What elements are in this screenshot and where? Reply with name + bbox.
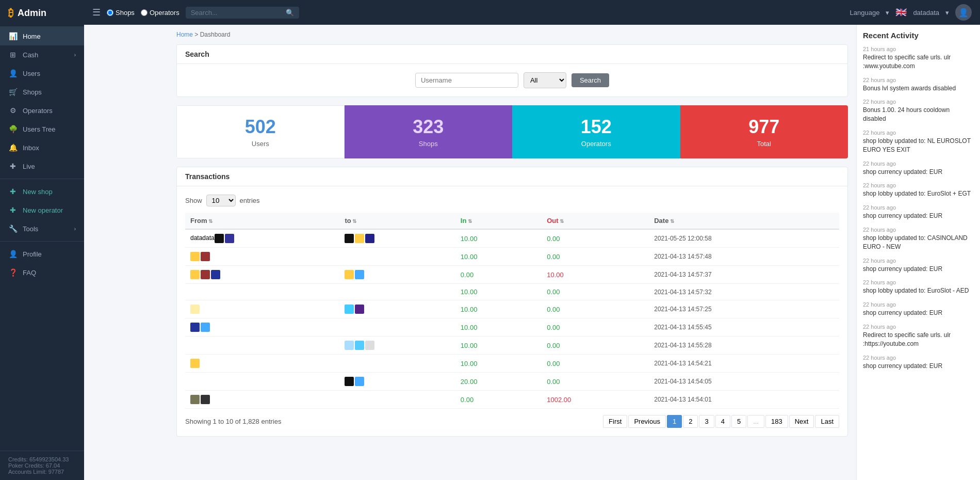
radio-operators[interactable] bbox=[141, 9, 148, 16]
poker-credits-label: Poker Credits: 67.04 bbox=[8, 462, 76, 469]
sidebar-item-cash[interactable]: ⊞ Cash › bbox=[0, 45, 84, 64]
brand-title: Admin bbox=[18, 8, 46, 19]
topbar-search-icon[interactable]: 🔍 bbox=[286, 9, 294, 17]
activity-list: 21 hours agoRedirect to specific safe ur… bbox=[863, 46, 974, 370]
page-previous[interactable]: Previous bbox=[628, 415, 666, 428]
sidebar-new-shop-label: New shop bbox=[23, 188, 53, 196]
username-input[interactable] bbox=[415, 73, 518, 88]
page-next[interactable]: Next bbox=[789, 415, 814, 428]
cell-to bbox=[339, 318, 455, 337]
search-button[interactable]: Search bbox=[571, 73, 609, 87]
radio-shops-label[interactable]: Shops bbox=[107, 9, 135, 17]
cell-from bbox=[185, 355, 339, 373]
filter-select[interactable]: All Active Inactive bbox=[524, 72, 566, 88]
activity-time: 22 hours ago bbox=[863, 130, 974, 136]
page-ellipsis: ... bbox=[747, 415, 764, 428]
col-in[interactable]: In bbox=[455, 213, 531, 229]
faq-icon: ❓ bbox=[8, 268, 18, 277]
page-2[interactable]: 2 bbox=[683, 415, 698, 428]
cell-out: 0.00 bbox=[542, 229, 639, 248]
cell-out: 0.00 bbox=[542, 337, 639, 355]
sidebar-item-live[interactable]: ✚ Live bbox=[0, 157, 84, 175]
sidebar-inbox-label: Inbox bbox=[23, 144, 39, 152]
sidebar-item-shops[interactable]: 🛒 Shops bbox=[0, 83, 84, 101]
home-icon: 📊 bbox=[8, 32, 18, 40]
sidebar-item-new-shop[interactable]: ✚ New shop bbox=[0, 182, 84, 201]
language-dropdown-icon[interactable]: ▾ bbox=[886, 9, 889, 17]
col-in-sort bbox=[531, 213, 542, 229]
page-last[interactable]: Last bbox=[815, 415, 839, 428]
shops-icon: 🛒 bbox=[8, 88, 18, 96]
cell-from bbox=[185, 373, 339, 391]
cell-date: 2021-04-13 14:55:45 bbox=[649, 318, 839, 337]
page-1[interactable]: 1 bbox=[667, 415, 682, 428]
sidebar-item-new-operator[interactable]: ✚ New operator bbox=[0, 201, 84, 219]
cell-in-sort bbox=[531, 391, 542, 409]
radio-shops[interactable] bbox=[107, 9, 113, 16]
activity-text: shop currency updated: EUR bbox=[863, 309, 974, 317]
sidebar-new-operator-label: New operator bbox=[23, 206, 63, 214]
entries-select[interactable]: 10 25 50 100 bbox=[206, 195, 236, 206]
cell-from bbox=[185, 337, 339, 355]
main-area: Home > Dashboard Search All Active Inact… bbox=[168, 25, 980, 480]
sidebar-item-inbox[interactable]: 🔔 Inbox bbox=[0, 138, 84, 157]
page-183[interactable]: 183 bbox=[765, 415, 788, 428]
sidebar-item-faq[interactable]: ❓ FAQ bbox=[0, 263, 84, 282]
sidebar-item-tools[interactable]: 🔧 Tools › bbox=[0, 219, 84, 238]
cell-date: 2021-04-13 14:55:28 bbox=[649, 337, 839, 355]
cash-arrow: › bbox=[74, 52, 76, 58]
activity-time: 22 hours ago bbox=[863, 77, 974, 83]
col-date[interactable]: Date bbox=[649, 213, 839, 229]
search-form: All Active Inactive Search bbox=[185, 72, 839, 88]
cell-out-sort bbox=[639, 391, 649, 409]
page-first[interactable]: First bbox=[603, 415, 627, 428]
user-avatar[interactable]: 👤 bbox=[955, 4, 972, 21]
cell-in-sort bbox=[531, 284, 542, 300]
username-dropdown-icon[interactable]: ▾ bbox=[945, 9, 949, 17]
search-card-header: Search bbox=[177, 45, 847, 64]
col-out[interactable]: Out bbox=[542, 213, 639, 229]
table-row: datadata10.000.002021-05-25 12:00:58 bbox=[185, 229, 839, 248]
radio-operators-label[interactable]: Operators bbox=[141, 9, 179, 17]
cell-in: 10.00 bbox=[455, 355, 531, 373]
activity-item: 22 hours agoBonus 1.00. 24 hours cooldow… bbox=[863, 99, 974, 123]
table-row: 10.000.002021-04-13 14:54:21 bbox=[185, 355, 839, 373]
breadcrumb-home[interactable]: Home bbox=[176, 31, 193, 38]
sidebar-users-tree-label: Users Tree bbox=[23, 125, 56, 133]
col-from[interactable]: From bbox=[185, 213, 339, 229]
new-operator-icon: ✚ bbox=[8, 206, 18, 214]
sidebar-item-users[interactable]: 👤 Users bbox=[0, 64, 84, 83]
activity-time: 22 hours ago bbox=[863, 258, 974, 264]
username-label: datadata bbox=[913, 9, 939, 17]
sidebar-divider-1 bbox=[0, 179, 84, 179]
cell-from bbox=[185, 284, 339, 300]
hamburger-button[interactable]: ☰ bbox=[92, 7, 101, 18]
cell-out-sort bbox=[639, 229, 649, 248]
activity-time: 22 hours ago bbox=[863, 301, 974, 308]
activity-text: shop currency updated: EUR bbox=[863, 362, 974, 371]
page-4[interactable]: 4 bbox=[715, 415, 730, 428]
content-area: Home > Dashboard Search All Active Inact… bbox=[168, 25, 980, 480]
page-5[interactable]: 5 bbox=[731, 415, 746, 428]
cell-out-sort bbox=[639, 248, 649, 266]
activity-item: 22 hours agoshop currency updated: EUR bbox=[863, 161, 974, 177]
activity-time: 22 hours ago bbox=[863, 355, 974, 361]
page-3[interactable]: 3 bbox=[699, 415, 714, 428]
show-label: Show bbox=[185, 197, 202, 204]
sidebar-item-users-tree[interactable]: 🌳 Users Tree bbox=[0, 120, 84, 138]
topbar-search-input[interactable] bbox=[191, 9, 283, 17]
sidebar-item-operators[interactable]: ⚙ Operators bbox=[0, 101, 84, 120]
table-row: 10.000.002021-04-13 14:57:32 bbox=[185, 284, 839, 300]
activity-time: 22 hours ago bbox=[863, 161, 974, 167]
sidebar-live-label: Live bbox=[23, 163, 35, 170]
stat-shops: 323 Shops bbox=[345, 105, 513, 158]
stat-users-number: 502 bbox=[245, 116, 276, 138]
activity-item: 22 hours agoBonus lvl system awards disa… bbox=[863, 77, 974, 93]
col-to[interactable]: to bbox=[339, 213, 455, 229]
cell-out-sort bbox=[639, 373, 649, 391]
sidebar-item-home[interactable]: 📊 Home bbox=[0, 27, 84, 45]
language-label[interactable]: Language bbox=[850, 9, 880, 17]
sidebar-item-profile[interactable]: 👤 Profile bbox=[0, 245, 84, 263]
cell-out-sort bbox=[639, 284, 649, 300]
breadcrumb: Home > Dashboard bbox=[176, 31, 848, 38]
